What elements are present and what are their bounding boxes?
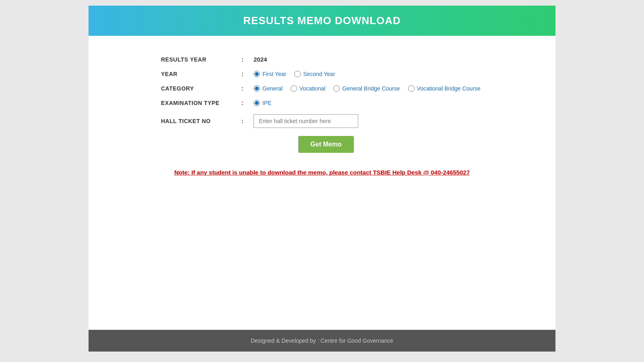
general-bridge-radio[interactable] <box>333 85 340 92</box>
second-year-label: Second Year <box>303 71 335 77</box>
second-year-radio[interactable] <box>294 71 301 77</box>
button-row: Get Memo <box>161 136 483 153</box>
category-options: General Vocational General Bridge Course… <box>254 85 481 92</box>
first-year-option[interactable]: First Year <box>254 71 286 77</box>
page-wrapper: RESULTS MEMO DOWNLOAD RESULTS YEAR : 202… <box>89 6 555 352</box>
vocational-bridge-radio[interactable] <box>408 85 415 92</box>
exam-type-options: IPE <box>254 100 272 106</box>
hall-ticket-field-wrapper <box>254 114 358 128</box>
first-year-label: First Year <box>262 71 286 77</box>
general-bridge-option[interactable]: General Bridge Course <box>333 85 400 92</box>
form-table: RESULTS YEAR : 2024 YEAR : First Year Se… <box>161 56 483 153</box>
colon-3: : <box>242 85 254 92</box>
page-title: RESULTS MEMO DOWNLOAD <box>89 14 555 27</box>
ipe-option[interactable]: IPE <box>254 100 272 106</box>
vocational-bridge-option[interactable]: Vocational Bridge Course <box>408 85 481 92</box>
hall-ticket-input[interactable] <box>254 114 358 128</box>
vocational-option[interactable]: Vocational <box>291 85 326 92</box>
hall-ticket-row: HALL TICKET NO : <box>161 114 483 128</box>
general-option[interactable]: General <box>254 85 283 92</box>
hall-ticket-label: HALL TICKET NO <box>161 118 242 124</box>
get-memo-button[interactable]: Get Memo <box>298 136 353 153</box>
year-label: YEAR <box>161 71 242 77</box>
general-radio[interactable] <box>254 85 260 92</box>
vocational-label: Vocational <box>299 85 326 92</box>
results-year-label: RESULTS YEAR <box>161 56 242 63</box>
year-options: First Year Second Year <box>254 71 335 77</box>
vocational-radio[interactable] <box>291 85 297 92</box>
colon-1: : <box>242 56 254 63</box>
colon-2: : <box>242 71 254 77</box>
year-row: YEAR : First Year Second Year <box>161 71 483 77</box>
second-year-option[interactable]: Second Year <box>294 71 335 77</box>
colon-5: : <box>242 118 254 124</box>
header-banner: RESULTS MEMO DOWNLOAD <box>89 6 555 36</box>
first-year-radio[interactable] <box>254 71 260 77</box>
general-label: General <box>262 85 283 92</box>
results-year-value: 2024 <box>254 56 267 63</box>
note-section: Note: If any student is unable to downlo… <box>161 169 483 176</box>
results-year-row: RESULTS YEAR : 2024 <box>161 56 483 63</box>
category-row: CATEGORY : General Vocational General Br… <box>161 85 483 92</box>
main-content: RESULTS YEAR : 2024 YEAR : First Year Se… <box>89 36 555 330</box>
ipe-radio[interactable] <box>254 100 260 106</box>
vocational-bridge-label: Vocational Bridge Course <box>417 85 481 92</box>
footer: Designed & Developed by : Centre for Goo… <box>89 330 555 352</box>
colon-4: : <box>242 100 254 106</box>
exam-type-label: EXAMINATION TYPE <box>161 100 242 106</box>
ipe-label: IPE <box>262 100 272 106</box>
note-text[interactable]: Note: If any student is unable to downlo… <box>174 169 470 176</box>
category-label: CATEGORY <box>161 85 242 92</box>
general-bridge-label: General Bridge Course <box>342 85 400 92</box>
footer-text: Designed & Developed by : Centre for Goo… <box>251 337 393 344</box>
exam-type-row: EXAMINATION TYPE : IPE <box>161 100 483 106</box>
